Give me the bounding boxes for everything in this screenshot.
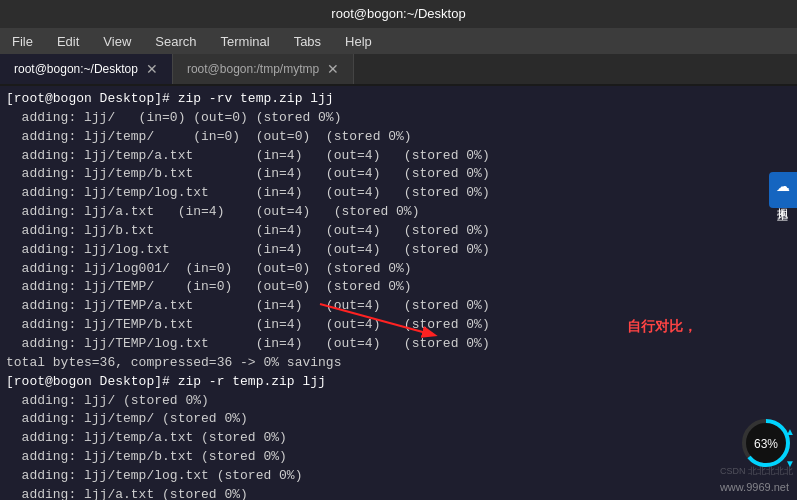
tab-bar: root@bogon:~/Desktop ✕ root@bogon:/tmp/m… bbox=[0, 54, 797, 86]
terminal-line-10: adding: ljj/TEMP/ (in=0) (out=0) (stored… bbox=[6, 278, 791, 297]
menu-edit[interactable]: Edit bbox=[53, 33, 83, 50]
menu-search[interactable]: Search bbox=[151, 33, 200, 50]
terminal-line-11: adding: ljj/TEMP/a.txt (in=4) (out=4) (s… bbox=[6, 297, 791, 316]
watermark-csdn: CSDN 北北北北北 bbox=[720, 465, 793, 478]
terminal-line-19: adding: ljj/temp/b.txt (stored 0%) bbox=[6, 448, 791, 467]
circle-up-arrow[interactable]: ▲ bbox=[785, 426, 795, 438]
menu-help[interactable]: Help bbox=[341, 33, 376, 50]
terminal-line-21: adding: ljj/a.txt (stored 0%) bbox=[6, 486, 791, 500]
watermark-url: www.9969.net bbox=[720, 480, 789, 496]
terminal-line-17: adding: ljj/temp/ (stored 0%) bbox=[6, 410, 791, 429]
terminal-line-8: adding: ljj/log.txt (in=4) (out=4) (stor… bbox=[6, 241, 791, 260]
window-title: root@bogon:~/Desktop bbox=[331, 6, 465, 21]
baidu-label: 拥抱上 bbox=[777, 199, 789, 202]
terminal-line-7: adding: ljj/b.txt (in=4) (out=4) (stored… bbox=[6, 222, 791, 241]
terminal-line-1: adding: ljj/ (in=0) (out=0) (stored 0%) bbox=[6, 109, 791, 128]
terminal-line-6: adding: ljj/a.txt (in=4) (out=4) (stored… bbox=[6, 203, 791, 222]
terminal-line-13: adding: ljj/TEMP/log.txt (in=4) (out=4) … bbox=[6, 335, 791, 354]
tab-mytmp-close[interactable]: ✕ bbox=[327, 62, 339, 76]
terminal-line-0: [root@bogon Desktop]# zip -rv temp.zip l… bbox=[6, 90, 791, 109]
svg-text:63%: 63% bbox=[754, 437, 778, 451]
menu-view[interactable]: View bbox=[99, 33, 135, 50]
terminal-line-14: total bytes=36, compressed=36 -> 0% savi… bbox=[6, 354, 791, 373]
terminal-line-3: adding: ljj/temp/a.txt (in=4) (out=4) (s… bbox=[6, 147, 791, 166]
circle-progress-widget[interactable]: 63% ▲ ▼ bbox=[739, 416, 793, 470]
tab-mytmp-label: root@bogon:/tmp/mytmp bbox=[187, 62, 319, 76]
menu-bar: File Edit View Search Terminal Tabs Help bbox=[0, 28, 797, 54]
menu-tabs[interactable]: Tabs bbox=[290, 33, 325, 50]
baidu-icon: ☁ bbox=[775, 178, 791, 195]
menu-file[interactable]: File bbox=[8, 33, 37, 50]
terminal-line-4: adding: ljj/temp/b.txt (in=4) (out=4) (s… bbox=[6, 165, 791, 184]
terminal-line-18: adding: ljj/temp/a.txt (stored 0%) bbox=[6, 429, 791, 448]
terminal-line-16: adding: ljj/ (stored 0%) bbox=[6, 392, 791, 411]
terminal-line-20: adding: ljj/temp/log.txt (stored 0%) bbox=[6, 467, 791, 486]
tab-mytmp[interactable]: root@bogon:/tmp/mytmp ✕ bbox=[173, 54, 354, 84]
terminal-line-5: adding: ljj/temp/log.txt (in=4) (out=4) … bbox=[6, 184, 791, 203]
terminal-line-15: [root@bogon Desktop]# zip -r temp.zip lj… bbox=[6, 373, 791, 392]
terminal-line-9: adding: ljj/log001/ (in=0) (out=0) (stor… bbox=[6, 260, 791, 279]
baidu-widget[interactable]: ☁ 拥抱上 bbox=[769, 172, 797, 208]
tab-desktop-close[interactable]: ✕ bbox=[146, 62, 158, 76]
annotation-text: 自行对比， bbox=[627, 316, 697, 336]
tab-desktop[interactable]: root@bogon:~/Desktop ✕ bbox=[0, 54, 173, 84]
title-bar: root@bogon:~/Desktop bbox=[0, 0, 797, 28]
terminal[interactable]: [root@bogon Desktop]# zip -rv temp.zip l… bbox=[0, 86, 797, 500]
menu-terminal[interactable]: Terminal bbox=[217, 33, 274, 50]
tab-desktop-label: root@bogon:~/Desktop bbox=[14, 62, 138, 76]
terminal-line-2: adding: ljj/temp/ (in=0) (out=0) (stored… bbox=[6, 128, 791, 147]
